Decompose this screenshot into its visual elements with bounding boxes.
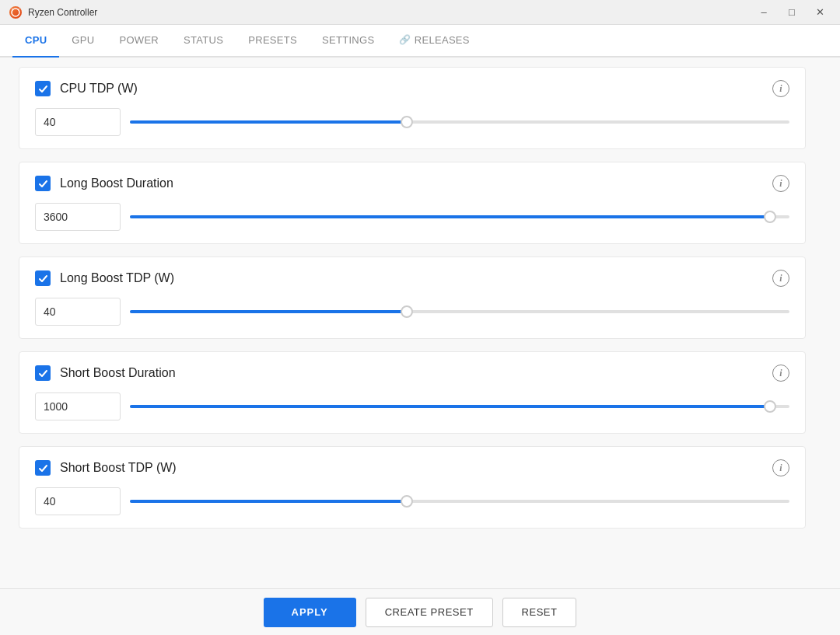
slider-track-short-boost-tdp [130,500,789,503]
maximize-button[interactable]: □ [781,4,803,21]
bottom-bar: APPLY CREATE PRESET RESET [0,588,840,635]
slider-fill-long-boost-tdp [130,310,407,313]
section-title-short-boost-duration: Short Boost Duration [60,366,176,380]
section-short-boost-tdp: Short Boost TDP (W) i [19,446,806,529]
slider-thumb-cpu-tdp[interactable] [401,116,413,128]
tab-releases[interactable]: 🔗 RELEASES [387,23,481,56]
section-header-left-0: CPU TDP (W) [35,81,138,96]
app-icon [9,6,22,19]
section-title-short-boost-tdp: Short Boost TDP (W) [60,461,177,475]
checkbox-long-boost-tdp[interactable] [35,270,51,286]
slider-wrapper-short-boost-tdp[interactable] [130,487,789,515]
controls-row-short-boost-duration [35,393,789,420]
controls-row-short-boost-tdp [35,487,789,515]
controls-row-long-boost-tdp [35,298,789,326]
slider-wrapper-long-boost-tdp[interactable] [130,298,789,326]
info-icon-cpu-tdp[interactable]: i [772,80,789,97]
checkbox-short-boost-tdp[interactable] [35,460,51,476]
slider-thumb-long-boost-duration[interactable] [764,211,776,223]
section-title-long-boost-tdp: Long Boost TDP (W) [60,271,174,285]
tab-cpu[interactable]: CPU [12,23,59,56]
tab-status[interactable]: STATUS [171,23,236,56]
controls-row-long-boost-duration [35,203,789,231]
slider-wrapper-long-boost-duration[interactable] [130,203,789,231]
slider-fill-long-boost-duration [130,215,770,218]
tab-presets[interactable]: PRESETS [236,23,310,56]
section-header-2: Long Boost TDP (W) i [35,270,789,287]
section-header-3: Short Boost Duration i [35,365,789,382]
info-icon-long-boost-tdp[interactable]: i [772,270,789,287]
slider-wrapper-cpu-tdp[interactable] [130,108,789,136]
titlebar: Ryzen Controller – □ ✕ [0,0,840,25]
window-controls: – □ ✕ [753,4,831,21]
slider-fill-short-boost-duration [130,405,770,408]
info-icon-short-boost-duration[interactable]: i [772,365,789,382]
window-title: Ryzen Controller [28,7,753,18]
section-long-boost-tdp: Long Boost TDP (W) i [19,256,806,339]
slider-fill-short-boost-tdp [130,500,407,503]
content-area: CPU TDP (W) i [0,58,840,635]
reset-button[interactable]: RESET [502,598,577,627]
slider-thumb-long-boost-tdp[interactable] [401,305,413,318]
section-header-left-2: Long Boost TDP (W) [35,270,174,286]
checkbox-short-boost-duration[interactable] [35,365,51,381]
section-header-1: Long Boost Duration i [35,175,789,192]
apply-button[interactable]: APPLY [264,598,356,627]
tab-settings[interactable]: SETTINGS [310,23,387,56]
checkbox-long-boost-duration[interactable] [35,176,51,191]
section-header-left-4: Short Boost TDP (W) [35,460,177,476]
slider-thumb-short-boost-tdp[interactable] [401,495,413,508]
link-icon: 🔗 [399,34,411,45]
section-header-0: CPU TDP (W) i [35,80,789,97]
section-header-left-1: Long Boost Duration [35,176,173,191]
tab-gpu[interactable]: GPU [59,23,107,56]
value-input-short-boost-duration[interactable] [35,393,121,420]
slider-fill-cpu-tdp [130,120,407,124]
section-short-boost-duration: Short Boost Duration i [19,351,806,434]
value-input-long-boost-tdp[interactable] [35,298,121,326]
section-header-4: Short Boost TDP (W) i [35,459,789,476]
slider-track-long-boost-tdp [130,310,789,313]
section-title-long-boost-duration: Long Boost Duration [60,176,173,190]
info-icon-long-boost-duration[interactable]: i [772,175,789,192]
section-header-left-3: Short Boost Duration [35,365,176,381]
slider-track-short-boost-duration [130,405,789,408]
checkbox-cpu-tdp[interactable] [35,81,51,96]
section-cpu-tdp: CPU TDP (W) i [19,67,806,149]
value-input-short-boost-tdp[interactable] [35,487,121,515]
sections-container: CPU TDP (W) i [0,58,824,603]
slider-track-cpu-tdp [130,120,789,124]
close-button[interactable]: ✕ [809,4,831,21]
value-input-cpu-tdp[interactable] [35,108,121,136]
create-preset-button[interactable]: CREATE PRESET [366,598,493,627]
minimize-button[interactable]: – [753,4,775,21]
nav-tabs: CPU GPU POWER STATUS PRESETS SETTINGS 🔗 … [0,25,840,58]
slider-track-long-boost-duration [130,215,789,218]
slider-thumb-short-boost-duration[interactable] [764,400,776,413]
info-icon-short-boost-tdp[interactable]: i [772,459,789,476]
tab-power[interactable]: POWER [107,23,171,56]
section-long-boost-duration: Long Boost Duration i [19,162,806,244]
section-title-cpu-tdp: CPU TDP (W) [60,82,138,96]
slider-wrapper-short-boost-duration[interactable] [130,393,789,420]
value-input-long-boost-duration[interactable] [35,203,121,231]
controls-row-cpu-tdp [35,108,789,136]
